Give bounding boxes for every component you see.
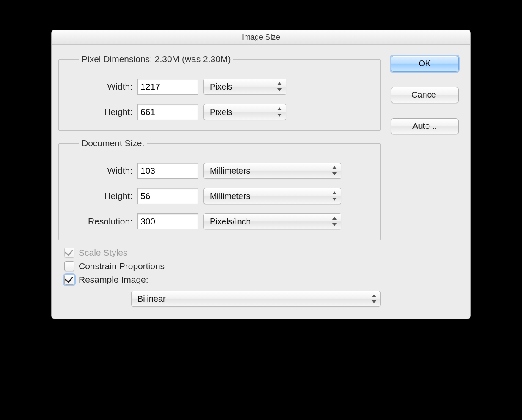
scale-styles-row: Scale Styles xyxy=(64,248,381,258)
scale-styles-checkbox xyxy=(64,248,74,258)
window-title: Image Size xyxy=(52,30,470,45)
dialog-content: Pixel Dimensions: 2.30M (was 2.30M) Widt… xyxy=(52,45,470,319)
pixel-dimensions-group: Pixel Dimensions: 2.30M (was 2.30M) Widt… xyxy=(58,54,381,131)
pixel-height-input[interactable] xyxy=(137,104,198,120)
updown-icon xyxy=(277,107,283,117)
doc-resolution-label: Resolution: xyxy=(69,216,132,226)
resample-method-value: Bilinear xyxy=(137,294,166,304)
constrain-proportions-label: Constrain Proportions xyxy=(79,261,165,271)
doc-resolution-input[interactable] xyxy=(137,213,198,229)
button-column: OK Cancel Auto... xyxy=(391,54,459,307)
doc-height-row: Height: Millimeters xyxy=(69,188,370,204)
image-size-dialog: Image Size Pixel Dimensions: 2.30M (was … xyxy=(51,30,471,319)
auto-button[interactable]: Auto... xyxy=(391,118,459,134)
pixel-height-label: Height: xyxy=(69,107,132,117)
resample-image-checkbox[interactable] xyxy=(64,275,74,285)
resample-method-row: Bilinear xyxy=(131,291,381,307)
ok-button[interactable]: OK xyxy=(391,56,459,72)
pixel-height-unit-dropdown[interactable]: Pixels xyxy=(203,104,286,120)
pixel-height-unit-value: Pixels xyxy=(210,107,232,117)
updown-icon xyxy=(332,166,338,175)
updown-icon xyxy=(332,217,338,226)
constrain-proportions-checkbox[interactable] xyxy=(64,261,74,271)
scale-styles-label: Scale Styles xyxy=(79,248,128,258)
document-size-group: Document Size: Width: Millimeters Height… xyxy=(58,138,381,240)
pixel-height-row: Height: Pixels xyxy=(69,104,370,120)
doc-height-unit-dropdown[interactable]: Millimeters xyxy=(203,188,341,204)
doc-width-unit-dropdown[interactable]: Millimeters xyxy=(203,163,341,179)
doc-resolution-unit-dropdown[interactable]: Pixels/Inch xyxy=(203,213,341,229)
resample-image-label: Resample Image: xyxy=(79,275,148,285)
updown-icon xyxy=(332,191,338,201)
pixel-width-label: Width: xyxy=(69,82,132,92)
pixel-width-unit-dropdown[interactable]: Pixels xyxy=(203,79,286,95)
doc-height-label: Height: xyxy=(69,191,132,201)
pixel-width-input[interactable] xyxy=(137,79,198,95)
doc-width-input[interactable] xyxy=(137,163,198,179)
doc-width-row: Width: Millimeters xyxy=(69,163,370,179)
pixel-width-row: Width: Pixels xyxy=(69,79,370,95)
updown-icon xyxy=(277,82,283,91)
doc-height-unit-value: Millimeters xyxy=(210,191,250,201)
pixel-width-unit-value: Pixels xyxy=(210,82,232,92)
pixel-dimensions-legend: Pixel Dimensions: 2.30M (was 2.30M) xyxy=(79,54,233,64)
resample-image-row: Resample Image: xyxy=(64,275,381,285)
doc-width-unit-value: Millimeters xyxy=(210,166,250,176)
doc-width-label: Width: xyxy=(69,166,132,176)
doc-height-input[interactable] xyxy=(137,188,198,204)
document-size-legend: Document Size: xyxy=(79,138,147,148)
main-column: Pixel Dimensions: 2.30M (was 2.30M) Widt… xyxy=(58,54,381,307)
doc-resolution-unit-value: Pixels/Inch xyxy=(210,217,251,226)
resample-method-dropdown[interactable]: Bilinear xyxy=(131,291,381,307)
doc-resolution-row: Resolution: Pixels/Inch xyxy=(69,213,370,229)
constrain-proportions-row: Constrain Proportions xyxy=(64,261,381,271)
updown-icon xyxy=(371,294,377,303)
cancel-button[interactable]: Cancel xyxy=(391,87,459,103)
